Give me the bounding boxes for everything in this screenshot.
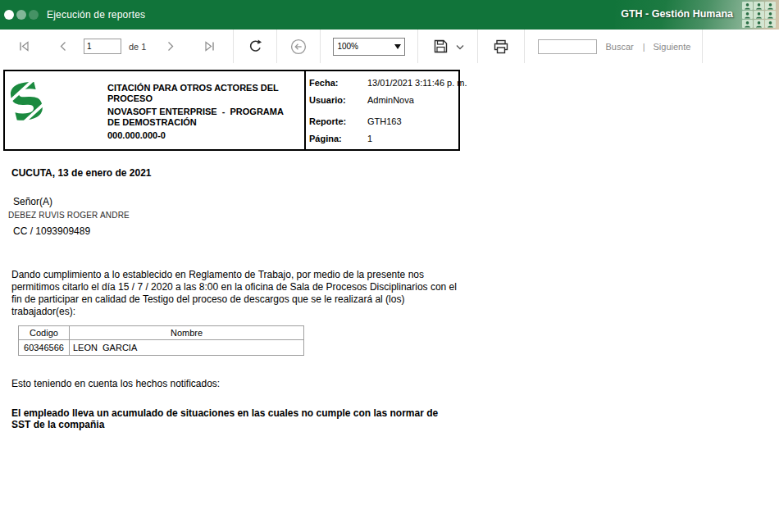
- people-tiles: [742, 2, 776, 28]
- chevron-down-icon: [455, 42, 465, 52]
- company-name: NOVASOFT ENTERPRISE - PROGRAMA DE DEMOST…: [107, 107, 294, 127]
- person-icon: [754, 2, 764, 10]
- window-controls: [4, 10, 39, 20]
- zoom-select[interactable]: 100%: [333, 38, 405, 56]
- meta-value-pagina: 1: [367, 134, 372, 143]
- toolbar-separator: [524, 30, 525, 63]
- recipient-name: DEBEZ RUVIS ROGER ANDRE: [8, 211, 130, 220]
- cell-nombre: LEON GARCIA: [70, 340, 304, 356]
- table-header-row: Codigo Nombre: [19, 326, 304, 340]
- chevron-right-icon: [163, 39, 177, 53]
- meta-label-usuario: Usuario:: [309, 95, 346, 105]
- meta-label-fecha: Fecha:: [309, 78, 338, 88]
- toolbar-separator: [320, 30, 321, 63]
- meta-label-pagina: Página:: [309, 134, 342, 143]
- table-row: 60346566 LEON GARCIA: [19, 340, 304, 356]
- toolbar-separator: [417, 30, 418, 63]
- meta-label-reporte: Reporte:: [309, 116, 346, 126]
- body-paragraph: Dando cumplimiento a lo establecido en R…: [11, 269, 467, 318]
- company-id: 000.000.000-0: [107, 130, 294, 141]
- report-toolbar: de 1 100% Bus: [0, 30, 779, 64]
- page-number-input[interactable]: [84, 39, 121, 54]
- meta-value-reporte: GTH163: [367, 116, 402, 126]
- chevron-left-icon: [57, 39, 71, 53]
- person-icon: [765, 20, 776, 28]
- find-separator: |: [643, 42, 645, 52]
- meta-value-usuario: AdminNova: [367, 95, 414, 105]
- refresh-icon: [248, 39, 263, 54]
- person-icon: [765, 2, 776, 10]
- meta-value-fecha: 13/01/2021 3:11:46 p. m.: [367, 78, 467, 88]
- last-page-icon: [203, 39, 216, 53]
- window-dot-icon[interactable]: [16, 10, 26, 20]
- report-title-block: CITACIÓN PARA OTROS ACTORES DEL PROCESO …: [107, 83, 294, 141]
- person-icon: [742, 20, 753, 28]
- last-page-button[interactable]: [197, 39, 221, 53]
- person-icon: [765, 11, 776, 19]
- report-viewer-window: Ejecución de reportes GTH - Gestión Huma…: [0, 0, 779, 532]
- chevron-down-icon: [394, 44, 401, 49]
- recipient-id: CC / 1093909489: [13, 225, 90, 237]
- titlebar: Ejecución de reportes GTH - Gestión Huma…: [0, 0, 779, 30]
- person-icon: [754, 20, 764, 28]
- search-input[interactable]: [538, 39, 597, 54]
- page-count-label: de 1: [129, 42, 146, 52]
- person-icon: [742, 11, 753, 19]
- next-page-button[interactable]: [159, 39, 180, 53]
- column-header-codigo: Codigo: [19, 326, 70, 340]
- find-link[interactable]: Buscar: [605, 42, 633, 52]
- person-icon: [754, 11, 764, 19]
- refresh-button[interactable]: [246, 39, 264, 54]
- toolbar-separator: [276, 30, 277, 63]
- save-icon: [433, 39, 449, 54]
- column-header-nombre: Nombre: [70, 326, 304, 340]
- print-button[interactable]: [492, 39, 510, 55]
- window-title: Ejecución de reportes: [47, 9, 145, 20]
- find-next-link[interactable]: Siguiente: [654, 42, 691, 52]
- person-icon: [742, 2, 753, 10]
- salutation: Señor(A): [13, 196, 52, 207]
- workers-table: Codigo Nombre 60346566 LEON GARCIA: [18, 325, 304, 356]
- export-menu-button[interactable]: [454, 42, 466, 52]
- toolbar-separator: [233, 30, 234, 63]
- header-divider: [304, 71, 306, 149]
- circled-arrow-left-icon: [290, 39, 307, 55]
- window-dot-icon[interactable]: [29, 10, 39, 20]
- module-label: GTH - Gestión Humana: [621, 8, 733, 20]
- toolbar-separator: [477, 30, 478, 63]
- window-dot-icon[interactable]: [4, 10, 14, 20]
- first-page-button[interactable]: [11, 39, 36, 53]
- toolbar-separator: [702, 30, 703, 63]
- zoom-value: 100%: [337, 42, 358, 51]
- report-page: S CITACIÓN PARA OTROS ACTORES DEL PROCES…: [0, 63, 779, 532]
- facts-line: Esto teniendo en cuenta los hechos notif…: [11, 378, 220, 389]
- report-header-box: S CITACIÓN PARA OTROS ACTORES DEL PROCES…: [3, 70, 460, 151]
- first-page-icon: [17, 39, 31, 53]
- city-date-line: CUCUTA, 13 de enero de 2021: [11, 167, 152, 179]
- cell-codigo: 60346566: [19, 340, 70, 356]
- back-to-parent-button[interactable]: [289, 39, 308, 55]
- previous-page-button[interactable]: [52, 39, 74, 53]
- novasoft-logo-icon: S: [8, 78, 46, 129]
- report-title: CITACIÓN PARA OTROS ACTORES DEL PROCESO: [107, 83, 294, 103]
- note-bold: El empleado lleva un acumulado de situac…: [11, 408, 452, 430]
- export-button[interactable]: [431, 39, 449, 54]
- printer-icon: [493, 39, 509, 55]
